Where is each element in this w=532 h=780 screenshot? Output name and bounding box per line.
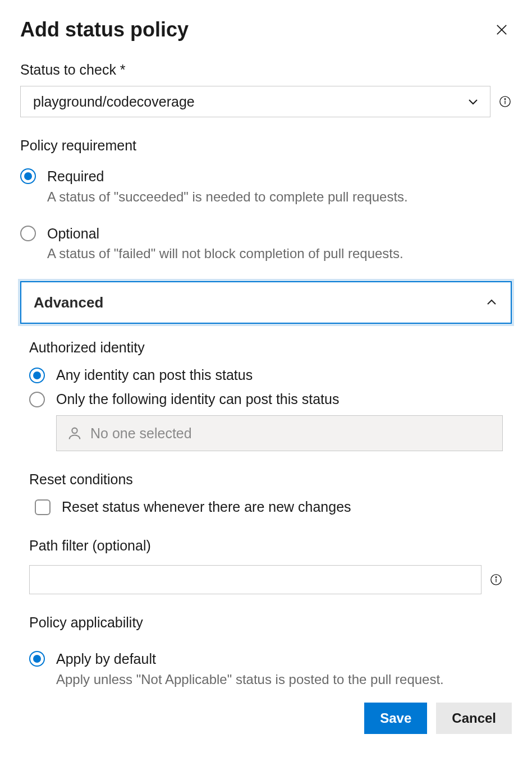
radio-apply-label: Apply by default [56, 650, 444, 668]
path-filter-info-button[interactable] [489, 573, 503, 586]
svg-point-4 [505, 99, 506, 100]
policy-requirement-group: Required A status of "succeeded" is need… [20, 167, 512, 262]
radio-optional-label: Optional [47, 224, 403, 243]
status-to-check-value: playground/codecoverage [33, 94, 195, 110]
close-button[interactable] [492, 20, 512, 40]
radio-apply-help: Apply unless "Not Applicable" status is … [56, 671, 444, 688]
radio-indicator [29, 392, 45, 407]
radio-required[interactable]: Required A status of "succeeded" is need… [20, 167, 512, 205]
close-icon [494, 22, 510, 38]
info-icon [499, 95, 511, 108]
radio-indicator [20, 168, 36, 184]
radio-optional[interactable]: Optional A status of "failed" will not b… [20, 224, 512, 263]
radio-only-identity[interactable]: Only the following identity can post thi… [29, 391, 503, 407]
status-to-check-label: Status to check * [20, 62, 512, 78]
person-icon [67, 425, 82, 441]
footer-actions: Save Cancel [20, 703, 512, 734]
checkbox-indicator [35, 499, 51, 515]
panel-title: Add status policy [20, 18, 189, 42]
svg-point-5 [72, 428, 77, 433]
authorized-identity-label: Authorized identity [29, 339, 503, 356]
cancel-button[interactable]: Cancel [436, 703, 512, 734]
radio-indicator [29, 651, 45, 667]
svg-point-8 [496, 577, 497, 578]
radio-only-identity-label: Only the following identity can post thi… [56, 391, 339, 407]
save-button[interactable]: Save [364, 703, 427, 734]
advanced-label: Advanced [34, 294, 103, 311]
radio-required-label: Required [47, 167, 408, 186]
status-to-check-dropdown[interactable]: playground/codecoverage [20, 86, 490, 117]
advanced-accordion[interactable]: Advanced [20, 281, 512, 324]
reset-conditions-label: Reset conditions [29, 471, 503, 488]
radio-indicator [29, 368, 45, 383]
reset-checkbox-label: Reset status whenever there are new chan… [62, 499, 351, 515]
info-icon [490, 573, 502, 586]
radio-indicator [20, 226, 36, 241]
identity-picker[interactable]: No one selected [56, 415, 503, 451]
radio-required-help: A status of "succeeded" is needed to com… [47, 188, 408, 205]
chevron-up-icon [485, 296, 498, 309]
reset-checkbox-row[interactable]: Reset status whenever there are new chan… [35, 499, 503, 515]
path-filter-label: Path filter (optional) [29, 538, 503, 554]
radio-apply-by-default[interactable]: Apply by default Apply unless "Not Appli… [29, 650, 503, 688]
panel-header: Add status policy [20, 18, 512, 42]
identity-placeholder: No one selected [90, 425, 192, 442]
radio-any-identity-label: Any identity can post this status [56, 367, 253, 383]
advanced-body: Authorized identity Any identity can pos… [20, 339, 512, 688]
radio-any-identity[interactable]: Any identity can post this status [29, 367, 503, 383]
status-info-button[interactable] [498, 95, 512, 108]
policy-applicability-label: Policy applicability [29, 614, 503, 631]
policy-requirement-label: Policy requirement [20, 137, 512, 154]
status-to-check-row: playground/codecoverage [20, 86, 512, 117]
radio-optional-help: A status of "failed" will not block comp… [47, 245, 403, 262]
path-filter-input[interactable] [29, 565, 481, 594]
chevron-down-icon [466, 95, 480, 108]
path-filter-row [29, 565, 503, 594]
